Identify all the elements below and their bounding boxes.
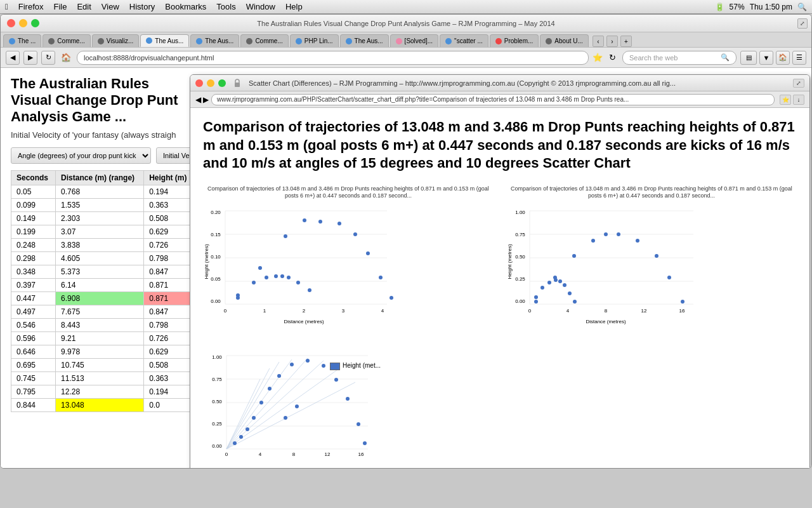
- search-box[interactable]: Search the web 🔍: [622, 51, 737, 65]
- popup-nav[interactable]: ◀ ▶: [195, 95, 209, 104]
- tab-10[interactable]: Problem...: [490, 34, 539, 47]
- tab-5[interactable]: Comme...: [240, 34, 288, 47]
- sidebar-toggle[interactable]: ▤: [740, 51, 757, 65]
- chart1-point-10: [284, 234, 287, 238]
- maximize-button[interactable]: [31, 19, 39, 27]
- svg-point-47: [363, 441, 367, 445]
- popup-forward[interactable]: ▶: [203, 95, 209, 104]
- chart2-l-6: [636, 239, 639, 243]
- table-row: 0.745 11.513 0.363: [11, 372, 192, 385]
- table-row: 0.397 6.14 0.871: [11, 279, 192, 292]
- popup-close[interactable]: [195, 79, 203, 87]
- popup-bookmark[interactable]: ⭐: [780, 95, 791, 105]
- chart2-l-0: [534, 300, 538, 304]
- tab-7[interactable]: The Aus...: [340, 34, 389, 47]
- home-button[interactable]: 🏠: [59, 51, 73, 65]
- cell-distance: 3.838: [56, 239, 144, 252]
- help-menu-item[interactable]: Help: [285, 2, 303, 11]
- tab-4[interactable]: The Aus...: [190, 34, 239, 47]
- forward-button[interactable]: ▶: [23, 51, 37, 65]
- svg-text:12: 12: [641, 308, 647, 314]
- cell-height: 0.798: [144, 252, 191, 265]
- tabs-prev-button[interactable]: ‹: [593, 36, 604, 47]
- nav-down-button[interactable]: ▼: [759, 51, 773, 65]
- battery-percent: 57%: [730, 3, 745, 11]
- browser-action-buttons[interactable]: ▤ ▼ 🏠 ☰: [740, 51, 806, 65]
- traffic-lights[interactable]: [7, 19, 39, 27]
- tab-label-4: The Aus...: [205, 37, 233, 44]
- tab-3[interactable]: The Aus...: [140, 34, 189, 47]
- browser-tab-bar: The ... Comme... Visualiz... The Aus... …: [1, 32, 811, 48]
- popup-resize[interactable]: ⤢: [793, 79, 804, 88]
- search-icon[interactable]: 🔍: [721, 53, 730, 62]
- tab-1[interactable]: Comme...: [43, 34, 90, 47]
- home-big-button[interactable]: 🏠: [776, 51, 790, 65]
- cell-seconds: 0.497: [11, 305, 56, 319]
- tab-nav-buttons[interactable]: ‹ › +: [593, 36, 632, 47]
- file-menu-item[interactable]: File: [53, 2, 67, 11]
- chart2-y-50: 0.50: [515, 254, 525, 260]
- popup-minimize[interactable]: [207, 79, 214, 87]
- search-icon[interactable]: 🔍: [797, 3, 807, 11]
- tab-icon-6: [296, 38, 302, 44]
- minimize-button[interactable]: [19, 19, 27, 27]
- svg-text:0.00: 0.00: [212, 443, 222, 449]
- tab-8[interactable]: [Solved]...: [390, 34, 438, 47]
- popup-toolbar[interactable]: ⭐ ↓: [780, 95, 804, 105]
- tab-9[interactable]: "scatter ...: [440, 34, 488, 47]
- popup-back[interactable]: ◀: [195, 95, 201, 104]
- back-button[interactable]: ◀: [6, 51, 20, 65]
- svg-point-41: [290, 363, 294, 366]
- chart1-svg: 0.20 0.15 0.10 0.05 0.00 Height (metres)…: [203, 201, 393, 335]
- bookmarks-menu-item[interactable]: Bookmarks: [165, 2, 206, 11]
- svg-text:4: 4: [259, 451, 262, 457]
- resize-button[interactable]: ⤢: [797, 18, 808, 29]
- window-title: The Australian Rules Visual Change Drop …: [257, 20, 554, 27]
- refresh-small[interactable]: ↻: [609, 53, 616, 62]
- svg-text:8: 8: [292, 451, 296, 457]
- cell-height: 0.847: [144, 265, 191, 279]
- address-input[interactable]: [77, 51, 589, 65]
- tab-6[interactable]: PHP Lin...: [290, 34, 339, 47]
- tab-label-2: Visualiz...: [107, 37, 134, 44]
- tab-label-5: Comme...: [255, 37, 282, 44]
- firefox-menu-item[interactable]: Firefox: [18, 2, 44, 11]
- col-height: Height (m): [144, 171, 191, 185]
- page-title: The Australian Rules Visual Change Drop …: [11, 76, 181, 125]
- tab-11[interactable]: About U...: [540, 34, 588, 47]
- svg-text:0.50: 0.50: [212, 399, 222, 404]
- cell-distance: 4.605: [56, 252, 144, 265]
- new-tab-button[interactable]: +: [620, 36, 632, 47]
- bookmark-star[interactable]: ⭐: [593, 53, 603, 62]
- data-table: Seconds Distance (m) (range) Height (m) …: [11, 170, 191, 412]
- options-button[interactable]: ☰: [792, 51, 806, 65]
- velocity-select[interactable]: Initial Velo: [156, 147, 191, 164]
- tab-0[interactable]: The ...: [3, 34, 41, 47]
- refresh-button[interactable]: ↻: [41, 51, 55, 65]
- cell-distance: 8.443: [56, 319, 144, 332]
- edit-menu-item[interactable]: Edit: [77, 2, 91, 11]
- cell-height: 0.0: [144, 399, 191, 412]
- chart2-l-2: [572, 254, 576, 258]
- history-menu-item[interactable]: History: [129, 2, 155, 11]
- popup-maximize[interactable]: [218, 79, 226, 87]
- chart1-point-3: [274, 274, 278, 278]
- tab-label-9: "scatter ...: [454, 37, 483, 44]
- popup-address-input[interactable]: [211, 94, 775, 105]
- window-menu-item[interactable]: Window: [246, 2, 275, 11]
- tabs-next-button[interactable]: ›: [606, 36, 618, 47]
- tab-2[interactable]: Visualiz...: [92, 34, 140, 47]
- cell-height: 0.194: [144, 385, 191, 399]
- os-menu[interactable]:  Firefox File Edit View History Bookmar…: [5, 2, 303, 11]
- tools-menu-item[interactable]: Tools: [216, 2, 235, 11]
- popup-share[interactable]: ↓: [793, 95, 804, 105]
- tab-icon-9: [445, 38, 452, 44]
- svg-text:0.75: 0.75: [212, 377, 222, 382]
- apple-menu-item[interactable]: : [5, 2, 8, 11]
- close-button[interactable]: [7, 19, 15, 27]
- angle-select[interactable]: Angle (degrees) of your drop punt kick: [11, 147, 151, 164]
- view-menu-item[interactable]: View: [102, 2, 119, 11]
- chart1-point-1: [252, 281, 256, 284]
- cell-distance: 10.745: [56, 359, 144, 372]
- cell-distance: 2.303: [56, 212, 144, 225]
